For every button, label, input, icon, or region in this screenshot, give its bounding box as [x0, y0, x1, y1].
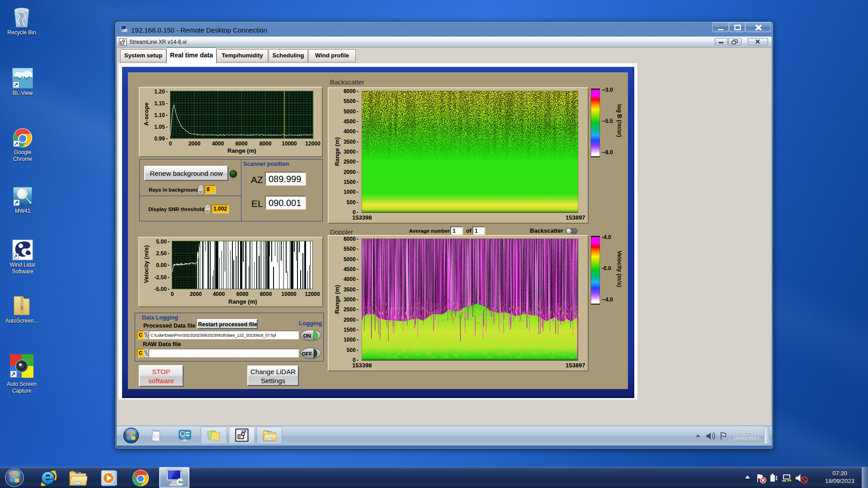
svg-text:ON: ON	[303, 333, 311, 338]
svg-text:OFF: OFF	[302, 351, 312, 357]
svg-text:!: !	[789, 478, 790, 481]
